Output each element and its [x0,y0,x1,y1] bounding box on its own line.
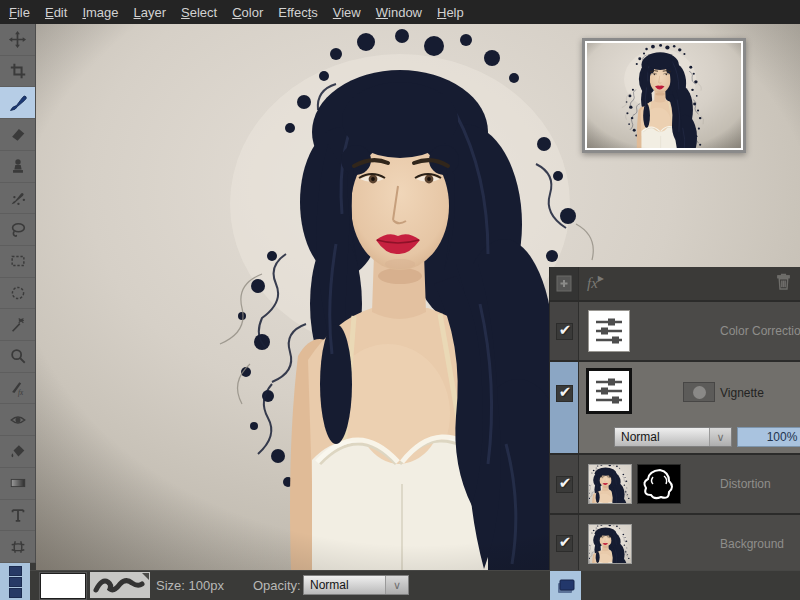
brush-size-value: Size: 100px [156,578,224,593]
layer-thumbnail[interactable] [588,464,632,504]
navigator-preview [585,41,743,150]
rect-marquee-tool[interactable] [0,246,35,278]
layer-opacity-slider[interactable]: 100% [737,427,800,447]
adjustment-thumbnail[interactable] [588,310,630,352]
color-swatch[interactable] [40,573,86,599]
lasso-tool[interactable] [0,214,35,246]
navigator-panel[interactable] [582,38,746,153]
app-logo[interactable] [0,563,30,600]
layer-effects-button[interactable]: fx ▶ [587,275,604,292]
layer-name: Color Correction [720,324,800,338]
layer-thumbnail[interactable] [588,524,632,564]
distortion-mask-icon [638,465,680,503]
ellipse-marquee-tool[interactable] [0,278,35,310]
menu-effects[interactable]: Effects [278,5,318,20]
layer-row-background[interactable]: ✔ Background [550,515,800,574]
vignette-mask-icon [693,386,706,399]
layers-panel: fx ▶ ✔ Color Correction ✔ [549,267,800,570]
options-bar: Size: 100px Opacity: 100% Normal ∨ [30,570,800,600]
layer-visibility-checkbox[interactable]: ✔ [556,535,573,552]
red-eye-tool[interactable] [0,404,35,436]
layer-name: Vignette [720,386,764,400]
menu-edit[interactable]: Edit [45,5,67,20]
menu-window[interactable]: Window [376,5,422,20]
brush-stroke-icon [90,572,150,598]
delete-layer-button[interactable] [775,272,792,295]
logo-block [9,577,22,587]
layer-visibility-checkbox[interactable]: ✔ [556,476,573,493]
layer-opacity-value: 100% [767,430,798,444]
layer-row-color-correction[interactable]: ✔ Color Correction [550,302,800,362]
chevron-down-icon: ∨ [385,576,408,594]
logo-block [9,566,22,576]
blend-mode-select[interactable]: Normal ∨ [614,427,732,447]
move-tool[interactable] [0,24,35,56]
layers-icon [555,575,577,597]
clone-stamp-tool[interactable] [0,151,35,183]
layer-visibility-checkbox[interactable]: ✔ [556,385,573,402]
tool-palette: fx [0,24,36,563]
layer-name: Distortion [720,477,771,491]
warp-tool[interactable] [0,531,35,563]
menu-help[interactable]: Help [437,5,464,20]
magic-wand-tool[interactable] [0,309,35,341]
blend-mode-value: Normal [615,430,709,444]
check-icon: ✔ [559,322,572,337]
trash-icon [775,272,792,291]
menu-color[interactable]: Color [232,5,263,20]
check-icon: ✔ [559,475,572,490]
paint-bucket-tool[interactable] [0,436,35,468]
check-icon: ✔ [559,384,572,399]
fx-arrow-icon: ▶ [598,274,604,283]
menu-bar: FileEditImageLayerSelectColorEffectsView… [0,0,800,24]
popup-corner-icon [142,573,149,580]
layer-mask-thumbnail[interactable] [683,382,715,402]
layers-panel-header: fx ▶ [550,267,800,302]
fx-icon: fx [587,275,598,292]
text-tool[interactable] [0,500,35,532]
eraser-tool[interactable] [0,119,35,151]
gradient-tool[interactable] [0,468,35,500]
brush-preview[interactable] [90,572,150,598]
svg-text:fx: fx [18,389,24,397]
add-layer-button[interactable] [550,267,579,300]
brush-tool[interactable] [0,87,35,119]
menu-file[interactable]: File [9,5,30,20]
layers-panel-toggle[interactable] [550,571,581,600]
logo-block [9,588,22,598]
adjustment-thumbnail[interactable] [586,368,632,414]
check-icon: ✔ [559,534,572,549]
add-layer-icon [554,273,574,294]
splatter-brush-tool[interactable] [0,183,35,215]
layer-visibility-checkbox[interactable]: ✔ [556,323,573,340]
layer-name: Background [720,537,784,551]
zoom-tool[interactable] [0,341,35,373]
layer-row-distortion[interactable]: ✔ Distortion [550,455,800,515]
layer-mask-thumbnail[interactable] [637,464,681,504]
crop-tool[interactable] [0,56,35,88]
brush-blend-mode-select[interactable]: Normal ∨ [303,575,409,595]
effect-pen-tool[interactable]: fx [0,373,35,405]
menu-image[interactable]: Image [82,5,118,20]
menu-select[interactable]: Select [181,5,217,20]
brush-blend-mode-value: Normal [304,578,385,592]
chevron-down-icon: ∨ [709,428,731,446]
menu-view[interactable]: View [333,5,361,20]
layer-row-vignette[interactable]: ✔ Vignette Normal ∨ 100% [550,362,800,455]
menu-layer[interactable]: Layer [134,5,167,20]
